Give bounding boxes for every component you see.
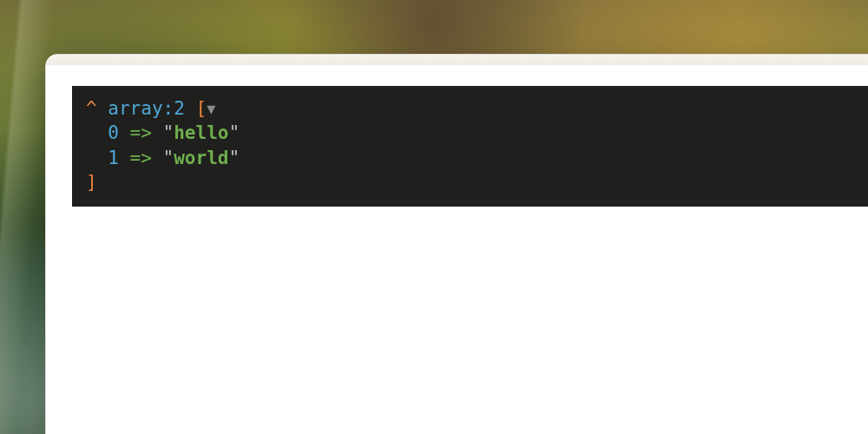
quote-open: " <box>163 122 174 143</box>
quote-close: " <box>228 148 240 168</box>
quote-open: " <box>163 148 174 168</box>
open-bracket: [ <box>195 98 207 119</box>
dump-entry-key: 0 <box>108 122 119 143</box>
expand-caret-icon[interactable]: ^ <box>86 98 97 119</box>
close-bracket: ] <box>86 172 97 193</box>
browser-window: ^ array:2 [▼ 0 => "hello" 1 => "world"] <box>45 54 868 434</box>
dump-entry-value: hello <box>174 122 228 143</box>
dump-entry-key: 1 <box>108 148 119 168</box>
quote-close: " <box>228 122 240 143</box>
dump-entry: 1 => "world" <box>86 146 868 170</box>
collapse-triangle-icon[interactable]: ▼ <box>207 99 215 119</box>
arrow-icon: => <box>130 148 152 168</box>
dump-entry: 0 => "hello" <box>86 121 868 145</box>
dump-type-label: array:2 <box>108 98 185 119</box>
dump-entry-value: world <box>174 148 228 168</box>
arrow-icon: => <box>130 122 152 143</box>
var-dump-panel: ^ array:2 [▼ 0 => "hello" 1 => "world"] <box>72 86 868 207</box>
